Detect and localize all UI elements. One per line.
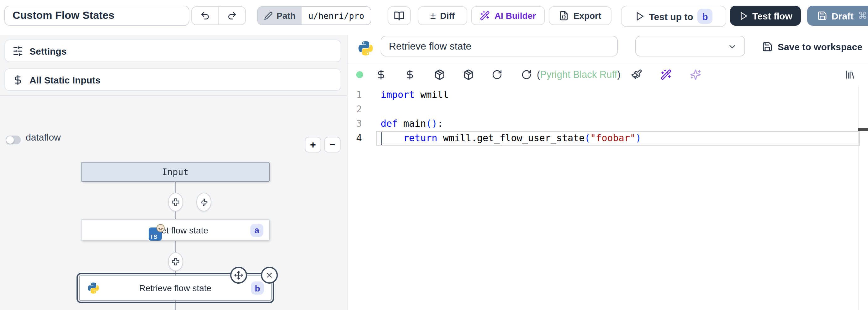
main-area: Settings All Static Inputs dataflow + − …	[0, 35, 868, 310]
undo-icon	[200, 11, 210, 21]
wand-sparkles-icon	[480, 11, 490, 21]
code-text: import wmill	[362, 88, 449, 102]
flow-graph-panel: Settings All Static Inputs dataflow + − …	[0, 35, 347, 310]
editor-overview-ruler	[858, 87, 859, 310]
tag-select[interactable]	[635, 36, 745, 56]
flow-name-value: Custom Flow States	[12, 9, 115, 22]
line-number: 3	[347, 117, 362, 131]
ai-builder-label: AI Builder	[495, 11, 536, 21]
minus-icon: −	[330, 139, 336, 150]
python-icon	[87, 282, 100, 294]
line-number: 2	[347, 102, 362, 117]
node-label: Input	[162, 167, 188, 177]
all-static-inputs-button[interactable]: All Static Inputs	[4, 68, 341, 91]
redo-button[interactable]	[218, 7, 245, 25]
refresh-icon[interactable]	[492, 69, 502, 80]
insert-trigger-button[interactable]	[196, 193, 211, 212]
editor-toolbar: (Pyright Black Ruff)	[347, 63, 868, 87]
bun-face-icon	[156, 223, 165, 232]
export-label: Export	[574, 11, 601, 21]
library-icon[interactable]	[845, 69, 856, 80]
undo-redo-group	[191, 6, 246, 25]
save-to-workspace-button[interactable]: Save to workspace	[758, 39, 866, 53]
step-name-input[interactable]: Retrieve flow state	[381, 36, 618, 56]
settings-label: Settings	[29, 46, 66, 56]
dollar-icon[interactable]	[376, 69, 386, 80]
code-line[interactable]: 4 return wmill.get_flow_user_state("foob…	[347, 131, 868, 146]
redo-icon	[227, 11, 237, 21]
toggle-knob	[6, 136, 14, 144]
insert-step-button[interactable]	[168, 193, 183, 212]
code-text: return wmill.get_flow_user_state("foobar…	[362, 131, 641, 146]
flow-editor-app: Custom Flow States Path u/henri/pro ± Di…	[0, 0, 868, 310]
chevron-down-icon	[727, 42, 737, 52]
dollar-icon	[12, 74, 23, 85]
ai-wand-icon[interactable]	[660, 69, 672, 80]
settings-button[interactable]: Settings	[4, 39, 341, 62]
plus-icon: +	[310, 139, 316, 150]
delete-node-button[interactable]	[261, 267, 278, 284]
code-lines: 1import wmill23def main():4 return wmill…	[347, 88, 868, 146]
ai-builder-button[interactable]: AI Builder	[471, 6, 545, 25]
step-id-badge: a	[250, 223, 264, 236]
paintbrush-icon[interactable]	[631, 69, 642, 80]
line-number: 1	[347, 88, 362, 102]
sparkles-icon[interactable]	[690, 69, 701, 80]
play-icon	[634, 11, 644, 21]
flow-graph-canvas[interactable]: dataflow + − Input TS	[0, 95, 347, 310]
zoom-in-button[interactable]: +	[305, 137, 321, 152]
docs-button[interactable]	[388, 6, 411, 25]
code-text: def main():	[362, 117, 443, 131]
move-node-button[interactable]	[230, 267, 247, 284]
export-button[interactable]: Export	[549, 6, 612, 25]
flow-node-set-flow-state[interactable]: TS Set flow state a	[81, 219, 270, 241]
plus-cross-icon	[171, 198, 180, 206]
path-button[interactable]: Path u/henri/pro	[257, 6, 371, 25]
book-open-icon	[394, 10, 405, 21]
package-icon[interactable]	[434, 69, 445, 80]
line-number: 4	[347, 131, 362, 146]
save-icon	[762, 41, 773, 52]
flow-name-input[interactable]: Custom Flow States	[4, 6, 189, 26]
step-header: Retrieve flow state Save to workspace	[347, 35, 868, 63]
play-icon	[739, 11, 748, 20]
path-label-segment: Path	[258, 7, 302, 25]
sliders-icon	[12, 46, 23, 56]
path-label: Path	[277, 11, 296, 21]
path-value: u/henri/pro	[302, 7, 371, 25]
diff-button[interactable]: ± Diff	[418, 6, 467, 25]
code-line[interactable]: 2	[347, 102, 868, 117]
move-icon	[234, 271, 243, 280]
file-export-icon	[559, 11, 569, 21]
save-to-workspace-label: Save to workspace	[778, 41, 862, 52]
typescript-bun-icon: TS	[149, 227, 162, 241]
status-dot-icon	[356, 71, 363, 78]
diff-label: Diff	[440, 11, 455, 21]
draft-label: Draft	[832, 10, 854, 21]
code-editor[interactable]: 1import wmill23def main():4 return wmill…	[347, 87, 868, 310]
plus-cross-icon	[171, 257, 180, 266]
flow-node-input[interactable]: Input	[81, 162, 270, 182]
code-line[interactable]: 3def main():	[347, 117, 868, 131]
insert-step-button[interactable]	[168, 252, 183, 271]
code-line[interactable]: 1import wmill	[347, 88, 868, 102]
dataflow-toggle[interactable]	[6, 136, 21, 144]
step-name-value: Retrieve flow state	[389, 40, 471, 52]
top-toolbar: Custom Flow States Path u/henri/pro ± Di…	[0, 0, 868, 36]
save-draft-button[interactable]: Draft ⌘S	[807, 6, 868, 26]
test-flow-label: Test flow	[752, 10, 793, 21]
node-label: Retrieve flow state	[139, 283, 211, 293]
test-flow-button[interactable]: Test flow	[730, 6, 801, 26]
test-up-to-button[interactable]: Test up to b	[621, 6, 726, 27]
refresh-icon[interactable]	[521, 69, 532, 80]
text-cursor	[381, 132, 382, 145]
zoom-out-button[interactable]: −	[324, 137, 341, 152]
package-icon[interactable]	[463, 69, 474, 80]
save-icon	[817, 11, 827, 21]
draft-shortcut: ⌘S	[858, 10, 868, 21]
dollar-icon[interactable]	[405, 69, 415, 80]
plus-minus-icon: ±	[430, 10, 436, 21]
step-id-badge: b	[251, 281, 264, 294]
all-static-inputs-label: All Static Inputs	[29, 74, 101, 85]
undo-button[interactable]	[192, 7, 218, 25]
